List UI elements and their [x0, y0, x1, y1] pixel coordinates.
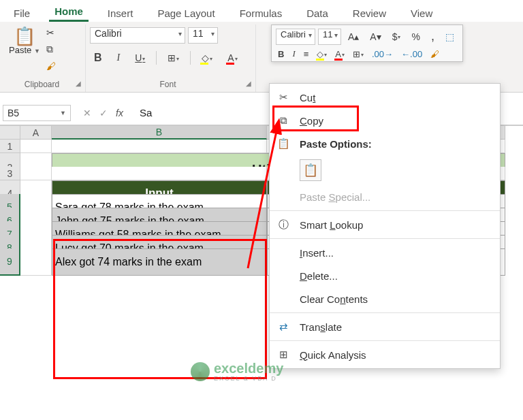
ctx-smart-lookup[interactable]: ⓘ Smart Lookup: [270, 213, 500, 236]
mini-italic[interactable]: I: [290, 48, 297, 60]
cell[interactable]: [52, 140, 267, 153]
clipboard-icon: 📋: [8, 27, 41, 45]
ctx-insert[interactable]: Insert...: [270, 241, 500, 264]
logo-icon: [191, 362, 210, 381]
tab-review[interactable]: Review: [347, 5, 392, 22]
merge-icon[interactable]: ⬚: [441, 30, 458, 44]
cell[interactable]: [20, 248, 52, 276]
context-menu: ✂ Cut ⧉ Copy 📋 Paste Options: 📋 Paste Sp…: [269, 83, 501, 369]
mini-fill-color[interactable]: ◇▾: [315, 48, 329, 60]
comma-icon[interactable]: ,: [427, 28, 439, 45]
row-header[interactable]: 9: [0, 248, 20, 276]
translate-icon: ⇄: [276, 321, 290, 333]
ctx-paste-options-label: 📋 Paste Options:: [270, 132, 500, 155]
percent-icon[interactable]: %: [407, 30, 424, 44]
format-painter-icon[interactable]: 🖌: [44, 59, 59, 73]
mini-inc-decimal[interactable]: ←.00: [399, 48, 424, 60]
copy-icon[interactable]: ⧉: [44, 42, 59, 56]
cut-icon[interactable]: ✂: [44, 26, 59, 39]
scissors-icon: ✂: [276, 91, 290, 103]
paste-icon: 📋: [300, 159, 321, 181]
ctx-cut[interactable]: ✂ Cut: [270, 86, 500, 109]
tab-page-layout[interactable]: Page Layout: [152, 5, 220, 22]
row-header[interactable]: 1: [0, 140, 20, 153]
tab-view[interactable]: View: [405, 5, 438, 22]
quick-analysis-icon: ⊞: [276, 349, 290, 361]
dialog-launcher-icon[interactable]: ◢: [76, 80, 81, 87]
dialog-launcher-icon[interactable]: ◢: [246, 80, 251, 87]
search-icon: ⓘ: [276, 219, 290, 231]
font-name-select[interactable]: Calibri: [90, 27, 185, 44]
cancel-icon[interactable]: ✕: [83, 108, 91, 118]
chevron-down-icon: ▼: [34, 48, 40, 54]
currency-icon[interactable]: $▾: [388, 30, 405, 44]
mini-borders[interactable]: ⊞▾: [351, 48, 366, 60]
tab-home[interactable]: Home: [49, 3, 89, 22]
col-header-b[interactable]: B: [52, 126, 267, 140]
separator: [270, 210, 500, 211]
data-cell[interactable]: Alex got 74 marks in the exam: [52, 248, 267, 276]
clipboard-icon: 📋: [276, 138, 290, 150]
tab-formulas[interactable]: Formulas: [234, 5, 288, 22]
borders-button[interactable]: ⊞▾: [163, 51, 183, 65]
row-header[interactable]: 3: [0, 167, 20, 180]
italic-button[interactable]: I: [113, 51, 125, 65]
separator: [270, 312, 500, 313]
mini-format-painter[interactable]: 🖌: [428, 48, 441, 60]
mini-font-name[interactable]: Calibri: [276, 29, 315, 45]
ctx-clear-contents[interactable]: Clear Contents: [270, 287, 500, 310]
decrease-font-icon[interactable]: A▾: [366, 30, 385, 44]
cell[interactable]: [20, 140, 52, 153]
paste-label: Paste: [9, 45, 31, 55]
bold-button[interactable]: B: [90, 50, 106, 65]
ctx-quick-analysis[interactable]: ⊞ Quick Analysis: [270, 343, 500, 366]
ctx-paste-special: Paste Special...: [270, 185, 500, 208]
clipboard-group-label: Clipboard: [25, 80, 59, 89]
copy-icon: ⧉: [276, 114, 290, 127]
mini-toolbar: Calibri 11 A▴ A▾ $▾ % , ⬚ B I ≡ ◇▾ A▾ ⊞▾…: [271, 25, 463, 62]
increase-font-icon[interactable]: A▴: [344, 30, 363, 44]
cell[interactable]: [52, 167, 267, 180]
ctx-copy[interactable]: ⧉ Copy: [270, 109, 500, 132]
chevron-down-icon: ▼: [60, 110, 66, 116]
paste-button[interactable]: 📋 Paste ▼: [8, 25, 41, 55]
font-size-select[interactable]: 11: [188, 27, 218, 44]
font-color-button[interactable]: A▾: [223, 51, 241, 65]
fx-icon[interactable]: fx: [116, 108, 123, 118]
separator: [270, 340, 500, 341]
tab-insert[interactable]: Insert: [102, 5, 139, 22]
mini-align[interactable]: ≡: [302, 48, 311, 60]
ctx-paste-option-default[interactable]: 📋: [270, 155, 500, 185]
ctx-delete[interactable]: Delete...: [270, 264, 500, 287]
mini-bold[interactable]: B: [276, 48, 286, 60]
underline-button[interactable]: U▾: [131, 51, 149, 65]
separator: [270, 238, 500, 239]
fill-color-button[interactable]: ◇▾: [197, 51, 217, 65]
select-all-corner[interactable]: [0, 126, 20, 140]
ctx-translate[interactable]: ⇄ Translate: [270, 315, 500, 338]
mini-font-size[interactable]: 11: [318, 29, 341, 45]
ribbon-tabs: File Home Insert Page Layout Formulas Da…: [0, 0, 523, 22]
font-group-label: Font: [159, 80, 176, 89]
col-header-a[interactable]: A: [20, 126, 52, 140]
tab-file[interactable]: File: [8, 5, 35, 22]
cell[interactable]: [20, 167, 52, 180]
tab-data[interactable]: Data: [301, 5, 334, 22]
enter-icon[interactable]: ✓: [99, 108, 108, 118]
mini-font-color[interactable]: A▾: [333, 48, 347, 60]
name-box[interactable]: B5▼: [3, 105, 71, 121]
mini-dec-decimal[interactable]: .00→: [370, 48, 395, 60]
